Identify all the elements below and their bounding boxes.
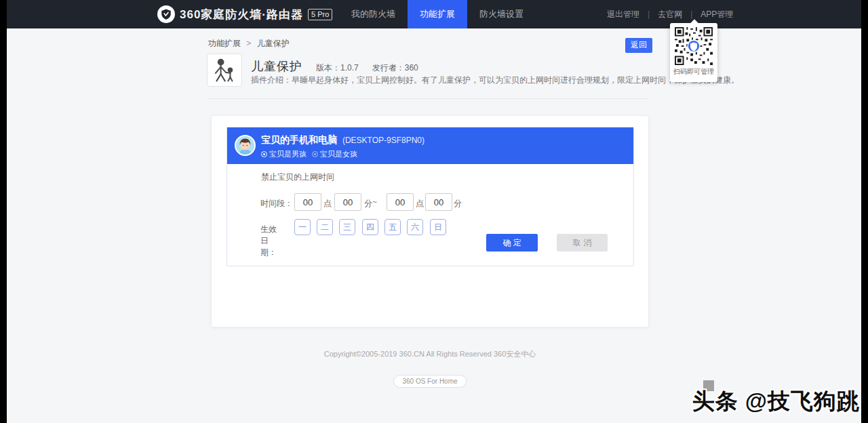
range-separator: ~ bbox=[372, 197, 377, 207]
plugin-version: 版本：1.0.7 bbox=[316, 62, 359, 74]
radio-boy[interactable]: 宝贝是男孩 bbox=[261, 149, 307, 159]
logo-version-badge: 5 Pro bbox=[308, 9, 332, 20]
device-title: 宝贝的手机和电脑 bbox=[261, 134, 337, 145]
parent-child-icon bbox=[211, 57, 238, 84]
time-period-label: 时间段： bbox=[260, 198, 293, 209]
day-button-fri[interactable]: 五 bbox=[384, 219, 401, 235]
device-card-header: 宝贝的手机和电脑 (DESKTOP-9SF8PN0) 宝贝是男孩 宝贝是女孩 bbox=[227, 127, 633, 164]
os-badge: 360 OS For Home bbox=[393, 375, 466, 388]
nav-tab-extensions[interactable]: 功能扩展 bbox=[408, 0, 467, 28]
plugin-publisher: 发行者：360 bbox=[372, 62, 418, 74]
plugin-description: 插件介绍：早睡早起身体好，宝贝上网控制好。有了儿童保护，可以为宝贝的上网时间进行… bbox=[251, 75, 739, 86]
start-hour-input[interactable] bbox=[294, 193, 321, 211]
nav-tabs: 我的防火墙 功能扩展 防火墙设置 bbox=[339, 0, 536, 28]
minute-unit: 分 bbox=[454, 198, 462, 209]
boy-avatar bbox=[235, 135, 256, 156]
nav-tab-my-firewall[interactable]: 我的防火墙 bbox=[339, 0, 408, 28]
shield-logo-icon bbox=[157, 5, 175, 23]
radio-girl[interactable]: 宝贝是女孩 bbox=[312, 149, 357, 159]
breadcrumb-current: 儿童保护 bbox=[257, 39, 290, 48]
device-id: (DESKTOP-9SF8PN0) bbox=[342, 136, 425, 145]
nav-tab-firewall-settings[interactable]: 防火墙设置 bbox=[467, 0, 536, 28]
radio-girl-label: 宝贝是女孩 bbox=[320, 149, 357, 159]
logo-text: 360家庭防火墙·路由器 bbox=[180, 7, 303, 22]
end-hour-input[interactable] bbox=[387, 193, 414, 211]
hour-unit: 点 bbox=[323, 198, 332, 209]
plugin-title: 儿童保护 bbox=[251, 58, 302, 75]
qr-caption: 扫码即可管理 bbox=[670, 67, 717, 77]
day-button-sat[interactable]: 六 bbox=[407, 219, 423, 235]
device-header-text: 宝贝的手机和电脑 (DESKTOP-9SF8PN0) 宝贝是男孩 宝贝是女孩 bbox=[261, 134, 425, 159]
minute-unit: 分 bbox=[364, 198, 372, 209]
logout-link[interactable]: 退出管理 bbox=[599, 9, 648, 20]
effective-days-label: 生效日期： bbox=[260, 224, 277, 258]
day-button-sun[interactable]: 日 bbox=[430, 219, 446, 235]
device-card: 宝贝的手机和电脑 (DESKTOP-9SF8PN0) 宝贝是男孩 宝贝是女孩 bbox=[226, 127, 634, 266]
breadcrumb-parent[interactable]: 功能扩展 bbox=[208, 39, 241, 48]
page: 360家庭防火墙·路由器 5 Pro 我的防火墙 功能扩展 防火墙设置 退出管理… bbox=[7, 0, 861, 423]
footer: Copyright©2005-2019 360.CN All Rights Re… bbox=[211, 349, 649, 388]
radio-unselected-icon bbox=[312, 151, 318, 157]
confirm-button[interactable]: 确 定 bbox=[486, 234, 538, 251]
cancel-button[interactable]: 取 消 bbox=[557, 234, 608, 251]
section-label: 禁止宝贝的上网时间 bbox=[261, 172, 334, 183]
divider bbox=[208, 98, 649, 99]
app-qr-popup: 扫码即可管理 bbox=[670, 23, 717, 82]
logo: 360家庭防火墙·路由器 5 Pro bbox=[157, 0, 332, 28]
breadcrumb-separator: > bbox=[246, 39, 251, 48]
gender-radio-group: 宝贝是男孩 宝贝是女孩 bbox=[261, 149, 425, 159]
breadcrumb: 功能扩展 > 儿童保护 bbox=[208, 38, 290, 49]
hour-unit: 点 bbox=[416, 198, 424, 209]
day-button-thu[interactable]: 四 bbox=[362, 219, 378, 235]
end-minute-input[interactable] bbox=[425, 193, 452, 211]
back-button[interactable]: 返回 bbox=[625, 38, 652, 53]
watermark-text: 头条 @技飞狗跳 bbox=[692, 386, 860, 417]
time-period-row: 时间段： 点 分 ~ 点 分 bbox=[227, 193, 633, 211]
app-manage-link[interactable]: APP管理 bbox=[692, 9, 741, 20]
official-site-link[interactable]: 去官网 bbox=[650, 9, 690, 20]
start-minute-input[interactable] bbox=[334, 193, 361, 211]
plugin-title-row: 儿童保护 版本：1.0.7 发行者：360 bbox=[251, 58, 418, 75]
radio-boy-label: 宝贝是男孩 bbox=[269, 149, 307, 159]
radio-selected-icon bbox=[261, 151, 267, 157]
day-button-wed[interactable]: 三 bbox=[339, 219, 355, 235]
day-button-tue[interactable]: 二 bbox=[317, 219, 333, 235]
plugin-icon-box bbox=[207, 54, 242, 87]
child-protection-card: 宝贝的手机和电脑 (DESKTOP-9SF8PN0) 宝贝是男孩 宝贝是女孩 bbox=[211, 115, 649, 327]
day-button-mon[interactable]: 一 bbox=[294, 219, 311, 235]
top-navbar: 360家庭防火墙·路由器 5 Pro 我的防火墙 功能扩展 防火墙设置 退出管理… bbox=[7, 0, 861, 28]
copyright-text: Copyright©2005-2019 360.CN All Rights Re… bbox=[211, 349, 649, 359]
qr-code bbox=[675, 27, 713, 65]
